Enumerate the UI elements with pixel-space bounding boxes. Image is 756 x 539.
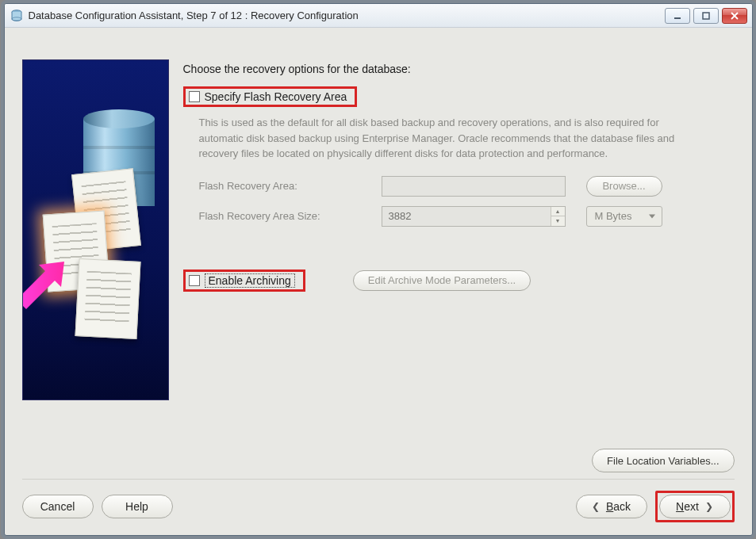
- arrow-icon: [22, 257, 74, 312]
- content-area: Choose the recovery options for the data…: [183, 36, 735, 442]
- back-button[interactable]: ❮ Back: [576, 495, 647, 518]
- svg-rect-2: [674, 17, 681, 19]
- browse-button[interactable]: Browse...: [586, 176, 662, 197]
- flash-size-unit-value: M Bytes: [595, 210, 632, 222]
- flash-size-input[interactable]: ▲ ▼: [382, 206, 566, 227]
- highlight-specify-flash: Specify Flash Recovery Area: [183, 86, 358, 107]
- window-controls: [665, 8, 747, 24]
- flash-area-input[interactable]: [382, 176, 566, 197]
- wizard-illustration: [22, 59, 169, 400]
- titlebar: Database Configuration Assistant, Step 7…: [5, 4, 752, 28]
- specify-flash-checkbox[interactable]: [189, 91, 200, 102]
- database-icon: [10, 9, 24, 23]
- edit-archive-params-button[interactable]: Edit Archive Mode Parameters...: [353, 270, 531, 291]
- flash-size-value[interactable]: [382, 207, 551, 226]
- file-location-vars-button[interactable]: File Location Variables...: [592, 449, 734, 472]
- flash-description: This is used as the default for all disk…: [199, 115, 707, 162]
- cancel-button[interactable]: Cancel: [22, 495, 94, 518]
- highlight-next: Next ❯: [655, 491, 735, 522]
- window-title: Database Configuration Assistant, Step 7…: [29, 10, 660, 21]
- svg-rect-3: [703, 13, 709, 19]
- svg-marker-4: [22, 262, 64, 309]
- spin-up-icon[interactable]: ▲: [551, 207, 565, 217]
- spin-down-icon[interactable]: ▼: [551, 216, 565, 226]
- enable-archiving-label: Enable Archiving: [205, 273, 295, 288]
- enable-archiving-checkbox[interactable]: [189, 275, 200, 286]
- maximize-button[interactable]: [693, 8, 719, 24]
- help-button[interactable]: Help: [102, 495, 173, 518]
- page-heading: Choose the recovery options for the data…: [183, 63, 735, 75]
- wizard-nav: Cancel Help ❮ Back Next ❯: [5, 480, 752, 535]
- window-frame: Database Configuration Assistant, Step 7…: [4, 3, 753, 536]
- flash-size-spinner[interactable]: ▲ ▼: [551, 207, 565, 226]
- chevron-left-icon: ❮: [592, 501, 600, 512]
- close-button[interactable]: [722, 8, 747, 24]
- flash-size-label: Flash Recovery Area Size:: [199, 210, 374, 222]
- minimize-button[interactable]: [665, 8, 690, 24]
- chevron-right-icon: ❯: [705, 501, 713, 512]
- flash-area-label: Flash Recovery Area:: [199, 180, 374, 192]
- flash-size-unit-select[interactable]: M Bytes: [586, 206, 662, 227]
- specify-flash-label: Specify Flash Recovery Area: [205, 90, 347, 103]
- next-button[interactable]: Next ❯: [659, 495, 731, 518]
- highlight-enable-archiving: Enable Archiving: [183, 270, 305, 292]
